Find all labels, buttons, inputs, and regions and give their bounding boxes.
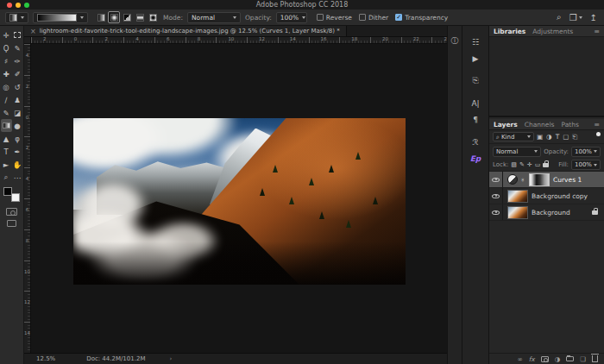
visibility-cell[interactable]: [489, 204, 503, 220]
extension-panel-icon[interactable]: Ep: [462, 150, 488, 166]
reflected-gradient-button[interactable]: [134, 11, 146, 23]
mode-select[interactable]: Normal: [187, 12, 241, 23]
angle-gradient-button[interactable]: [121, 11, 133, 23]
opacity-select[interactable]: 100%: [276, 12, 307, 23]
tab-paths[interactable]: Paths: [561, 121, 578, 129]
filter-shape-layers-icon[interactable]: ▢: [563, 133, 569, 141]
sharpen-tool[interactable]: ▲: [1, 132, 12, 145]
transparency-checkbox[interactable]: ✓Transparency: [395, 14, 448, 22]
panel-menu-icon[interactable]: ≡: [594, 121, 600, 129]
paragraph-panel-icon[interactable]: ¶: [462, 111, 488, 128]
layer-thumbnail[interactable]: [507, 206, 528, 219]
lock-pixels-icon[interactable]: ✎: [519, 161, 525, 168]
layer-mask-thumbnail[interactable]: [529, 173, 550, 186]
foreground-color-swatch[interactable]: [3, 187, 12, 196]
quick-selection-tool[interactable]: ✎: [12, 41, 23, 54]
close-window-button[interactable]: [7, 3, 12, 8]
eye-icon[interactable]: [492, 192, 500, 200]
delete-layer-icon[interactable]: [592, 355, 598, 362]
eye-icon[interactable]: [492, 209, 500, 217]
mixer-brush-tool[interactable]: ∕: [1, 93, 12, 106]
glyphs-panel-icon[interactable]: ℛ: [462, 134, 488, 150]
history-brush-tool[interactable]: ↺: [12, 80, 23, 93]
zoom-tool[interactable]: ⌕: [1, 171, 12, 184]
background-color-swatch[interactable]: [11, 193, 20, 202]
pen-tool[interactable]: ✒: [12, 145, 23, 158]
layer-thumbnail[interactable]: [507, 190, 528, 203]
layer-name[interactable]: Curves 1: [553, 176, 582, 184]
eraser-tool[interactable]: ◪: [12, 106, 23, 119]
quick-mask-button[interactable]: [6, 208, 17, 216]
character-panel-icon[interactable]: A|: [462, 95, 488, 111]
filter-smart-objects-icon[interactable]: ⎗: [572, 133, 577, 141]
new-adjustment-layer-icon[interactable]: ◑: [555, 355, 561, 363]
eyedropper-tool[interactable]: ✑: [12, 54, 23, 67]
hand-tool[interactable]: ✋: [12, 158, 23, 171]
layer-row-background-copy[interactable]: Background copy: [489, 188, 604, 204]
dither-checkbox[interactable]: Dither: [359, 14, 388, 22]
tab-adjustments[interactable]: Adjustments: [532, 28, 573, 35]
new-layer-icon[interactable]: ❏: [580, 355, 586, 363]
screen-mode-button[interactable]: [7, 220, 16, 227]
link-layers-icon[interactable]: ∞: [517, 355, 522, 363]
layer-row-background[interactable]: Background: [489, 204, 604, 221]
tab-layers[interactable]: Layers: [494, 121, 518, 129]
minimize-window-button[interactable]: [16, 3, 21, 8]
diamond-gradient-button[interactable]: [147, 11, 159, 23]
blur-tool[interactable]: ●: [12, 119, 23, 132]
gradient-picker[interactable]: [33, 12, 88, 23]
reverse-checkbox[interactable]: Reverse: [317, 14, 352, 22]
curves-adjustment-icon[interactable]: [507, 174, 518, 185]
clone-stamp-tool[interactable]: ◎: [1, 80, 12, 93]
rectangular-marquee-tool[interactable]: [12, 28, 23, 41]
type-tool[interactable]: T: [1, 145, 12, 158]
path-selection-tool[interactable]: ►: [1, 158, 12, 171]
panel-menu-icon[interactable]: ≡: [594, 28, 600, 35]
radial-gradient-button[interactable]: [108, 11, 120, 23]
workspace-switcher-icon[interactable]: ❐: [569, 13, 582, 22]
lock-transparency-icon[interactable]: ▨: [511, 161, 517, 168]
filter-type-layers-icon[interactable]: T: [556, 133, 560, 141]
reverse-checkbox-box[interactable]: [317, 14, 324, 21]
new-group-icon[interactable]: [566, 356, 574, 361]
landscape-photo[interactable]: [73, 118, 406, 285]
mask-link-icon[interactable]: ∞: [520, 178, 526, 182]
search-icon[interactable]: ⌕: [557, 12, 562, 22]
spot-healing-brush-tool[interactable]: ✚: [1, 67, 12, 80]
layer-row-curves[interactable]: ∞ Curves 1: [489, 172, 604, 188]
properties-panel-icon[interactable]: ☷: [462, 34, 488, 50]
edit-toolbar-button[interactable]: ⋯: [12, 171, 23, 184]
layers-opacity-select[interactable]: 100%: [571, 147, 601, 157]
linear-gradient-button[interactable]: [95, 11, 107, 23]
layer-name[interactable]: Background: [532, 209, 570, 217]
visibility-cell[interactable]: [489, 172, 503, 187]
ruler-vertical[interactable]: 420246810121416: [24, 44, 31, 353]
visibility-cell[interactable]: [489, 188, 503, 204]
canvas[interactable]: [31, 44, 447, 353]
add-layer-mask-icon[interactable]: [541, 356, 549, 362]
tab-channels[interactable]: Channels: [525, 121, 555, 129]
actions-panel-icon[interactable]: ▶: [462, 50, 488, 66]
crop-tool[interactable]: ♯: [1, 54, 12, 67]
pattern-stamp-tool[interactable]: ♟: [12, 93, 23, 106]
gradient-tool[interactable]: [1, 119, 12, 132]
clone-source-panel-icon[interactable]: ⎘: [462, 72, 488, 89]
lasso-tool[interactable]: Ϙ: [1, 41, 12, 54]
filter-toggle-light[interactable]: [596, 132, 601, 136]
layer-effects-icon[interactable]: fx: [529, 355, 535, 363]
close-tab-icon[interactable]: ×: [30, 28, 36, 35]
ruler-horizontal[interactable]: 2024681012141618202224: [31, 37, 447, 44]
zoom-level-field[interactable]: 12.5%: [36, 355, 55, 362]
info-panel-icon[interactable]: ⓘ: [451, 35, 459, 47]
transparency-checkbox-box[interactable]: ✓: [395, 14, 402, 21]
lock-all-icon[interactable]: [543, 163, 549, 167]
art-history-brush-tool[interactable]: ✎: [1, 106, 12, 119]
document-tab[interactable]: × lightroom-edit-favorite-trick-tool-edi…: [24, 26, 347, 36]
lock-artboard-icon[interactable]: ▭: [535, 161, 541, 168]
blend-mode-select[interactable]: Normal: [493, 147, 541, 157]
filter-kind-select[interactable]: ⌕ Kind: [493, 132, 534, 141]
brush-tool[interactable]: ✐: [12, 67, 23, 80]
move-tool[interactable]: ✛: [1, 28, 12, 41]
fill-select[interactable]: 100%: [571, 160, 601, 170]
tool-preset-picker[interactable]: [5, 12, 28, 23]
